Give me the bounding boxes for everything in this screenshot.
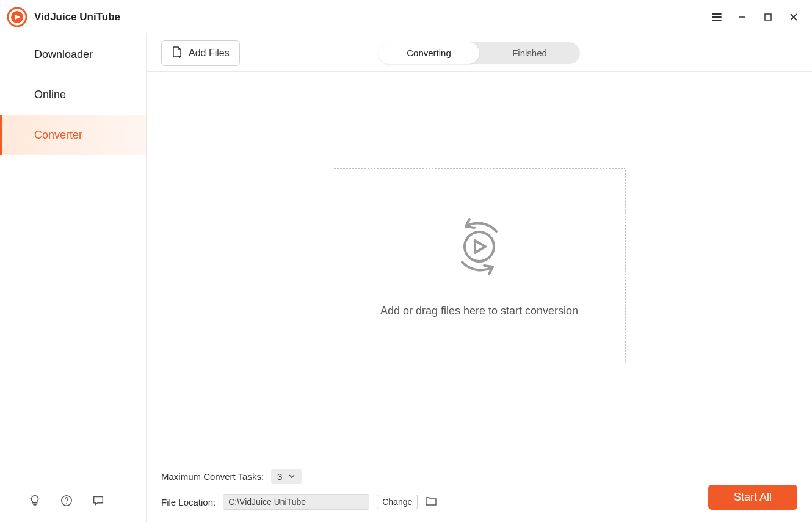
tab-finished[interactable]: Finished bbox=[479, 42, 580, 64]
file-location-label: File Location: bbox=[161, 497, 216, 507]
svg-point-4 bbox=[66, 503, 67, 504]
sidebar-item-online[interactable]: Online bbox=[0, 74, 146, 115]
max-tasks-label: Maximum Convert Tasks: bbox=[161, 471, 264, 482]
titlebar: VidJuice UniTube bbox=[0, 0, 812, 34]
toolbar: Add Files Converting Finished bbox=[147, 34, 812, 72]
lightbulb-icon[interactable] bbox=[28, 494, 42, 507]
bottom-bar: Maximum Convert Tasks: 3 File Location: … bbox=[147, 459, 812, 522]
feedback-icon[interactable] bbox=[92, 494, 105, 507]
add-files-button[interactable]: Add Files bbox=[161, 40, 240, 66]
start-all-button[interactable]: Start All bbox=[708, 485, 797, 510]
help-icon[interactable] bbox=[60, 494, 73, 507]
max-tasks-value: 3 bbox=[277, 471, 282, 482]
window-controls bbox=[705, 5, 806, 29]
dropzone-hint: Add or drag files here to start conversi… bbox=[380, 305, 578, 317]
svg-rect-2 bbox=[765, 14, 771, 20]
file-dropzone[interactable]: Add or drag files here to start conversi… bbox=[333, 168, 626, 363]
status-tabs: Converting Finished bbox=[379, 42, 580, 64]
tab-converting[interactable]: Converting bbox=[379, 42, 479, 64]
close-button[interactable] bbox=[781, 5, 806, 29]
open-folder-icon[interactable] bbox=[425, 496, 437, 509]
main-panel: Add Files Converting Finished bbox=[147, 34, 812, 522]
add-file-icon bbox=[172, 46, 183, 60]
minimize-button[interactable] bbox=[730, 5, 755, 29]
menu-icon[interactable] bbox=[705, 5, 729, 29]
max-tasks-select[interactable]: 3 bbox=[271, 469, 302, 484]
change-button[interactable]: Change bbox=[377, 495, 418, 509]
svg-point-5 bbox=[465, 232, 494, 261]
convert-cycle-icon bbox=[449, 213, 510, 283]
app-logo bbox=[7, 7, 27, 27]
app-title: VidJuice UniTube bbox=[34, 11, 120, 23]
sidebar-footer bbox=[0, 494, 146, 522]
sidebar-item-downloader[interactable]: Downloader bbox=[0, 34, 146, 74]
chevron-down-icon bbox=[288, 471, 295, 482]
file-location-field[interactable]: C:\VidJuice UniTube bbox=[223, 494, 369, 510]
content-area: Add or drag files here to start conversi… bbox=[147, 72, 812, 459]
maximize-button[interactable] bbox=[756, 5, 780, 29]
add-files-label: Add Files bbox=[189, 48, 230, 59]
sidebar: Downloader Online Converter bbox=[0, 34, 147, 522]
sidebar-item-converter[interactable]: Converter bbox=[0, 115, 146, 155]
